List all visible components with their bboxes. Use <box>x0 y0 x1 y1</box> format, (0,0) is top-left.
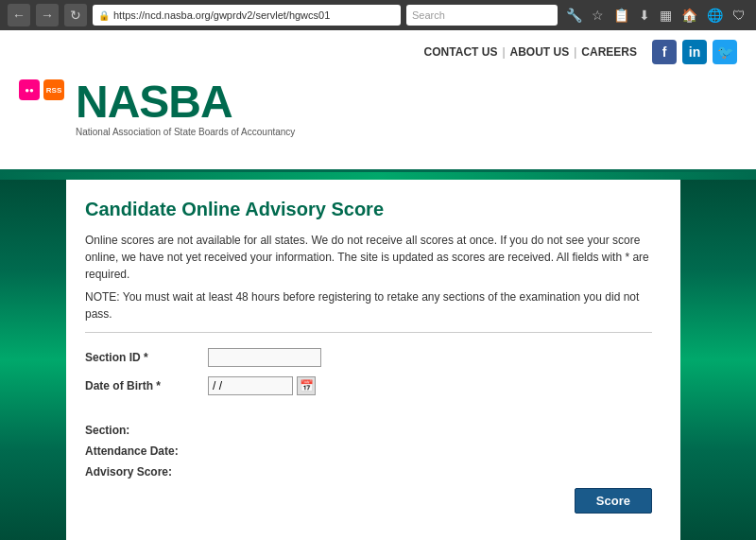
contact-us-link[interactable]: CONTACT US <box>424 45 498 59</box>
right-sidebar <box>680 180 756 540</box>
green-bar <box>0 172 756 180</box>
page-title: Candidate Online Advisory Score <box>85 199 652 220</box>
dob-label: Date of Birth * <box>85 379 208 392</box>
search-bar[interactable]: Search <box>406 5 558 26</box>
flickr-icon[interactable]: ●● <box>19 79 40 100</box>
advisory-result-label: Advisory Score: <box>85 465 172 479</box>
download-icon[interactable]: ⬇ <box>636 6 653 25</box>
forward-button[interactable]: → <box>36 4 59 26</box>
social-icons: f in 🐦 <box>652 40 737 64</box>
date-input-wrap: 📅 <box>208 376 316 395</box>
nasba-logo: NASBA National Association of State Boar… <box>76 79 295 137</box>
sep2: | <box>574 45 576 59</box>
top-nav: CONTACT US | ABOUT US | CAREERS f in 🐦 <box>19 30 737 72</box>
section-id-row: Section ID * <box>85 348 652 367</box>
logo-area: ●● RSS NASBA National Association of Sta… <box>19 72 737 137</box>
star-icon[interactable]: ☆ <box>589 6 607 25</box>
dob-input[interactable] <box>208 376 293 395</box>
lock-icon: 🔒 <box>98 10 110 21</box>
sep1: | <box>502 45 505 59</box>
content-area: Candidate Online Advisory Score Online s… <box>66 180 680 540</box>
twitter-icon[interactable]: 🐦 <box>713 40 737 64</box>
rss-icons: ●● RSS <box>19 79 64 100</box>
back-button[interactable]: ← <box>8 4 30 26</box>
grid-icon[interactable]: ▦ <box>657 6 675 25</box>
bookmark-icon[interactable]: 📋 <box>610 6 632 25</box>
calendar-icon[interactable]: 📅 <box>297 376 316 395</box>
advisory-result-row: Advisory Score: <box>85 465 652 479</box>
home-icon[interactable]: 🏠 <box>679 6 700 25</box>
attendance-result-label: Attendance Date: <box>85 444 179 458</box>
section-result-label: Section: <box>85 424 129 437</box>
logo-icons: ●● RSS <box>19 79 64 104</box>
site-header: CONTACT US | ABOUT US | CAREERS f in 🐦 ●… <box>0 30 756 172</box>
intro-text: Online scores are not available for all … <box>85 232 652 283</box>
facebook-icon[interactable]: f <box>652 40 677 64</box>
note-text: NOTE: You must wait at least 48 hours be… <box>85 288 652 322</box>
logo-n: N <box>76 77 108 127</box>
section-result-row: Section: <box>85 424 652 437</box>
nasba-logo-text: NASBA <box>76 79 295 125</box>
tools-icon[interactable]: 🔧 <box>563 6 585 25</box>
search-placeholder: Search <box>412 9 445 21</box>
about-us-link[interactable]: ABOUT US <box>510 45 570 59</box>
toolbar-icons: 🔧 ☆ 📋 ⬇ ▦ 🏠 🌐 🛡 <box>563 6 748 25</box>
results-area: Section: Attendance Date: Advisory Score… <box>85 424 652 479</box>
shield-icon[interactable]: 🛡 <box>730 6 748 25</box>
url-text: https://ncd.nasba.org/gwprdv2/servlet/hg… <box>113 9 330 21</box>
linkedin-icon[interactable]: in <box>682 40 707 64</box>
divider <box>85 332 652 333</box>
score-btn-area: Score <box>85 488 652 514</box>
url-bar[interactable]: 🔒 https://ncd.nasba.org/gwprdv2/servlet/… <box>93 5 401 26</box>
attendance-result-row: Attendance Date: <box>85 444 652 458</box>
globe-icon[interactable]: 🌐 <box>704 6 726 25</box>
section-id-label: Section ID * <box>85 351 208 364</box>
score-button[interactable]: Score <box>575 488 652 514</box>
browser-chrome: ← → ↻ 🔒 https://ncd.nasba.org/gwprdv2/se… <box>0 0 756 30</box>
left-sidebar <box>0 180 66 540</box>
nasba-tagline: National Association of State Boards of … <box>76 127 295 137</box>
refresh-button[interactable]: ↻ <box>64 4 87 26</box>
logo-s: S <box>139 77 168 127</box>
rss-icon[interactable]: RSS <box>43 79 64 100</box>
careers-link[interactable]: CAREERS <box>581 45 637 59</box>
logo-b: B <box>168 77 200 127</box>
logo-a1: A <box>108 77 140 127</box>
logo-a2: A <box>200 77 232 127</box>
dob-row: Date of Birth * 📅 <box>85 376 652 395</box>
main-wrapper: Candidate Online Advisory Score Online s… <box>0 180 756 540</box>
section-id-input[interactable] <box>208 348 321 367</box>
